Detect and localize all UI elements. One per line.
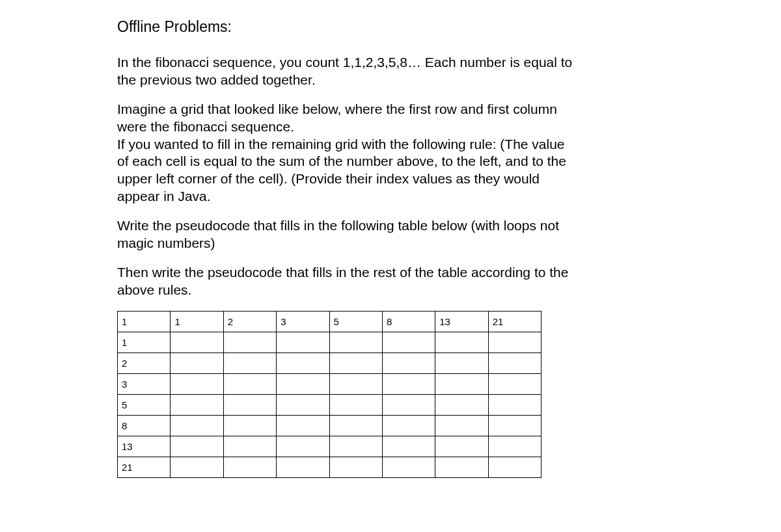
table-cell [488,394,541,415]
table-cell [382,373,435,394]
table-row: 1123581321 [118,311,541,332]
table-cell [435,457,488,477]
table-cell [488,415,541,436]
table-cell [329,352,382,373]
paragraph-pseudocode-2: Then write the pseudocode that fills in … [117,264,573,299]
table-cell [171,352,223,373]
table-cell [277,415,329,436]
table-cell [223,457,276,477]
table-cell: 13 [435,311,488,332]
table-cell [488,332,541,352]
table-cell: 5 [329,311,382,332]
table-cell: 5 [118,394,171,415]
table-cell: 21 [488,311,541,332]
table-cell [382,457,435,477]
table-cell [329,394,382,415]
table-cell [171,436,223,457]
table-cell: 3 [277,311,329,332]
paragraph-intro: In the fibonacci sequence, you count 1,1… [117,54,573,89]
table-cell [223,373,276,394]
table-cell: 1 [118,332,171,352]
table-cell: 21 [118,457,171,477]
table-row: 21 [118,457,541,477]
table-cell [171,394,223,415]
table-cell [329,373,382,394]
table-cell [382,332,435,352]
table-cell [277,394,329,415]
table-cell [382,436,435,457]
table-cell [329,457,382,477]
table-cell [435,415,488,436]
table-cell [435,394,488,415]
fibonacci-grid: 1123581321123581321 [117,311,541,478]
table-cell [277,457,329,477]
table-cell [277,373,329,394]
table-cell [223,332,276,352]
table-row: 13 [118,436,541,457]
table-cell [277,352,329,373]
table-row: 3 [118,373,541,394]
table-cell: 2 [223,311,276,332]
table-row: 5 [118,394,541,415]
paragraph-pseudocode-1: Write the pseudocode that fills in the f… [117,217,573,252]
table-cell [435,436,488,457]
table-cell [171,457,223,477]
table-cell [435,373,488,394]
table-row: 8 [118,415,541,436]
table-cell: 8 [382,311,435,332]
table-cell [171,415,223,436]
document-body: Offline Problems: In the fibonacci seque… [117,18,573,478]
table-cell [171,373,223,394]
table-cell [277,436,329,457]
table-cell [223,415,276,436]
table-row: 2 [118,352,541,373]
table-cell [435,352,488,373]
table-cell: 1 [171,311,223,332]
table-cell [329,415,382,436]
table-cell [223,394,276,415]
table-cell [277,332,329,352]
table-cell [382,415,435,436]
table-cell [382,352,435,373]
table-cell [435,332,488,352]
table-cell [329,332,382,352]
table-cell [382,394,435,415]
page-heading: Offline Problems: [117,18,573,36]
table-cell: 3 [118,373,171,394]
table-cell [223,352,276,373]
table-cell [171,332,223,352]
table-cell [223,436,276,457]
table-cell: 13 [118,436,171,457]
table-cell [488,457,541,477]
table-cell: 1 [118,311,171,332]
table-cell [488,436,541,457]
table-cell [329,436,382,457]
table-cell: 8 [118,415,171,436]
paragraph-grid-desc: Imagine a grid that looked like below, w… [117,101,573,206]
table-row: 1 [118,332,541,352]
table-cell: 2 [118,352,171,373]
table-cell [488,352,541,373]
table-cell [488,373,541,394]
